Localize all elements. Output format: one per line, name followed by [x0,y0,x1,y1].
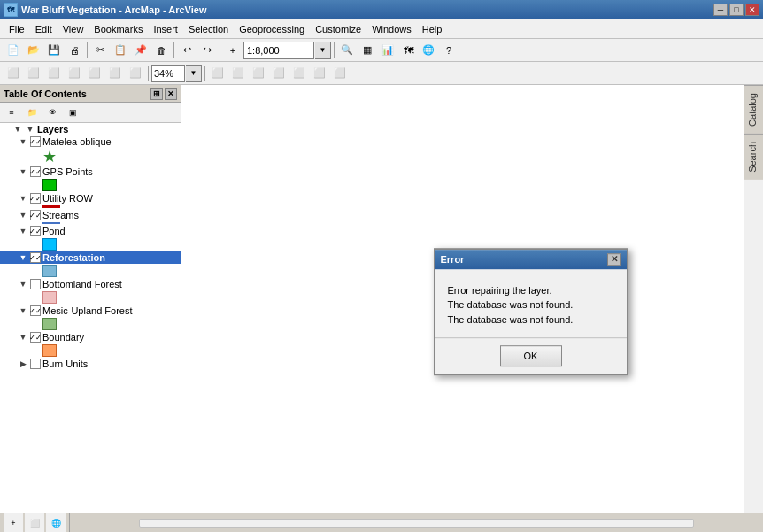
list-item[interactable]: ▼ ✓ Streams [0,209,181,225]
tb2-btn7[interactable]: ⬜ [126,64,145,83]
pond-checkbox[interactable]: ✓ [30,226,41,236]
close-button[interactable]: ✕ [745,4,759,16]
menu-help[interactable]: Help [417,19,448,38]
search-tab[interactable]: Search [744,134,763,180]
list-item[interactable]: ▼ ✓ GPS Points [0,166,181,192]
list-item[interactable]: ▼ Bottomland Forest [0,278,181,305]
gps-checkbox[interactable]: ✓ [30,166,41,177]
zoom-in-button[interactable]: + [223,41,243,60]
horizontal-scrollbar[interactable] [139,519,693,528]
tb2-btn10[interactable]: ⬜ [249,64,268,83]
menu-bookmarks[interactable]: Bookmarks [89,19,148,38]
sep4 [334,42,335,58]
dialog-ok-button[interactable]: OK [500,345,562,366]
undo-button[interactable]: ↩ [177,41,197,60]
dialog-title-bar: Error ✕ [435,250,627,269]
tb2-btn13[interactable]: ⬜ [310,64,329,83]
list-item[interactable]: ▼ ✓ Pond [0,225,181,251]
toc-vis-btn[interactable]: 👁 [42,103,62,122]
redo-button[interactable]: ↪ [197,41,217,60]
scale-dropdown[interactable]: ▼ [315,42,331,59]
delete-button[interactable]: 🗑 [151,41,171,60]
menu-selection[interactable]: Selection [183,19,234,38]
list-item[interactable]: ▼ ✓ Reforestation [0,251,181,278]
menu-edit[interactable]: Edit [30,19,58,38]
list-item[interactable]: ▼ ✓ Mesic-Upland Forest [0,305,181,331]
bottomland-checkbox[interactable] [30,279,41,289]
tb2-btn4[interactable]: ⬜ [65,64,84,83]
menu-file[interactable]: File [4,19,30,38]
data-button[interactable]: 📊 [378,41,397,60]
scale-input[interactable]: 1:8,000 [243,42,314,59]
layout-button[interactable]: ⬜ [25,513,44,533]
tb2-btn6[interactable]: ⬜ [105,64,125,83]
mesic-checkbox[interactable]: ✓ [30,305,41,316]
toc-close-button[interactable]: ✕ [165,88,177,100]
paste-button[interactable]: 📌 [131,41,150,60]
boundary-checkbox[interactable]: ✓ [30,332,41,343]
tb2-btn3[interactable]: ⬜ [44,64,64,83]
sub-toolbar: ⬜ ⬜ ⬜ ⬜ ⬜ ⬜ ⬜ 34% ▼ ⬜ ⬜ ⬜ ⬜ ⬜ ⬜ ⬜ [0,62,763,85]
new-button[interactable]: 📄 [4,41,23,60]
dialog-overlay: Error ✕ Error repairing the layer. The d… [181,85,744,513]
bottom-toolbar: + ⬜ 🌐 [0,513,763,532]
pond-expand: ▼ [18,226,28,236]
globe-button[interactable]: 🌐 [46,513,66,533]
add-data-button[interactable]: + [4,513,23,533]
cut-button[interactable]: ✂ [90,41,110,60]
menu-bar: File Edit View Bookmarks Insert Selectio… [0,19,763,39]
utility-label: Utility ROW [42,193,93,204]
streams-symbol [42,222,60,224]
menu-customize[interactable]: Customize [310,19,366,38]
utility-expand: ▼ [18,193,28,204]
gps-label: GPS Points [42,166,93,177]
minimize-button[interactable]: ─ [713,4,728,16]
layers-expand-icon: ▼ [12,124,23,135]
menu-windows[interactable]: Windows [366,19,417,38]
zoom-input[interactable]: 34% [151,65,185,82]
list-item[interactable]: ▼ ✓ Utility ROW [0,192,181,209]
zoom-dropdown[interactable]: ▼ [186,65,202,82]
select-button[interactable]: ▦ [358,41,377,60]
list-item[interactable]: ▼ ✓ Boundary [0,331,181,358]
tb2-btn9[interactable]: ⬜ [228,64,248,83]
sep2 [173,42,174,58]
tb2-btn12[interactable]: ⬜ [289,64,309,83]
tb2-btn8[interactable]: ⬜ [208,64,227,83]
toc-content[interactable]: ▼ ▼ Layers ▼ ✓ Matelea oblique ★ ▼ [0,123,181,513]
reforest-checkbox[interactable]: ✓ [30,252,41,263]
layers-group-header[interactable]: ▼ ▼ Layers [0,123,181,135]
toc-float-button[interactable]: ⊞ [150,88,163,100]
copy-button[interactable]: 📋 [111,41,130,60]
list-item[interactable]: ▼ ✓ Matelea oblique ★ [0,135,181,166]
streams-checkbox[interactable]: ✓ [30,210,41,220]
map-button[interactable]: 🗺 [398,41,418,60]
list-item[interactable]: ▶ Burn Units [0,358,181,370]
matelea-checkbox[interactable]: ✓ [30,136,41,147]
tb2-btn2[interactable]: ⬜ [24,64,43,83]
sep1 [87,42,88,58]
burn-checkbox[interactable] [30,359,41,369]
scene-button[interactable]: 🌐 [419,41,438,60]
open-button[interactable]: 📂 [24,41,43,60]
toc-select-btn[interactable]: ▣ [63,103,82,122]
help-btn2[interactable]: ? [439,41,459,60]
save-button[interactable]: 💾 [44,41,64,60]
toc-header: Table Of Contents ⊞ ✕ [0,85,181,103]
tb2-btn11[interactable]: ⬜ [269,64,289,83]
identify-button[interactable]: 🔍 [337,41,357,60]
utility-checkbox[interactable]: ✓ [30,193,41,204]
catalog-tab[interactable]: Catalog [744,85,763,134]
toc-list-btn[interactable]: ≡ [2,103,21,122]
menu-insert[interactable]: Insert [148,19,183,38]
menu-geoprocessing[interactable]: Geoprocessing [234,19,310,38]
tb2-btn14[interactable]: ⬜ [330,64,350,83]
title-bar-buttons: ─ □ ✕ [713,4,759,16]
menu-view[interactable]: View [58,19,89,38]
toc-source-btn[interactable]: 📁 [22,103,42,122]
tb2-btn1[interactable]: ⬜ [4,64,23,83]
print-button[interactable]: 🖨 [65,41,84,60]
dialog-close-button[interactable]: ✕ [607,253,621,266]
tb2-btn5[interactable]: ⬜ [85,64,104,83]
maximize-button[interactable]: □ [729,4,744,16]
